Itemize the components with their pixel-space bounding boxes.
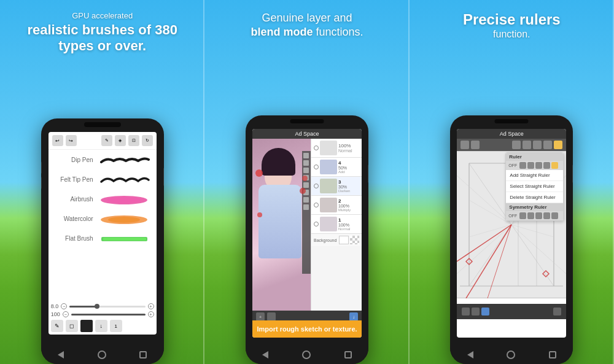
color-swatch[interactable] [80,320,93,332]
nav-home-2[interactable] [302,350,311,359]
panel-brushes: GPU accelerated realistic brushes of 380… [0,0,204,364]
sym-ctrl-3[interactable] [535,212,542,219]
ruler-ctrl-4[interactable] [543,162,550,169]
undo-button[interactable]: ↩ [52,135,63,146]
ruler-btn-3[interactable] [512,141,521,149]
power-button-2 [368,165,368,183]
opacity-plus[interactable]: + [148,311,154,317]
tool-btn-2[interactable]: ◈ [115,135,126,146]
symmetry-controls: OFF [506,211,563,220]
layer-row-3: 3 30% Darken [311,177,362,196]
size-slider-fill [69,306,96,308]
ruler-menu-item-add[interactable]: Add Straight Ruler [506,170,563,181]
ruler-btn-active[interactable] [554,141,562,149]
size-slider[interactable] [69,306,145,308]
layer-lock-btn[interactable]: ↓ [349,312,358,321]
ruler-btn-2[interactable] [471,141,480,149]
rulers-toolbar [457,139,566,151]
nav-back[interactable] [58,351,64,358]
layer-thumb-2 [320,198,337,212]
layer-num-1: 1 [338,217,359,223]
nav-recent-3[interactable] [549,351,556,358]
nav-recent-2[interactable] [344,351,352,358]
layers-heading: Genuine layer and blend mode functions. [251,11,363,40]
rulers-subtext: function. [463,29,561,40]
tool-btn-1[interactable]: ✎ [101,135,112,146]
phone-notch-2 [290,119,324,123]
ruler-ctrl-2[interactable] [527,162,534,169]
layer-opacity-2: 100% [338,204,359,208]
ruler-btn-6[interactable] [543,141,552,149]
layer-num-badge[interactable]: 1 [110,320,122,332]
nav-recent[interactable] [139,351,147,358]
ruler-menu-item-delete[interactable]: Delete Straight Ruler [506,192,563,203]
ruler-btn-4[interactable] [523,141,531,149]
brush-item-flat-brush: Flat Brush [53,232,152,244]
panel-content-3: Precise rulers function. Ad Space [410,0,614,364]
phone-mockup-rulers: Ad Space [450,115,573,364]
brush-label-felt-tip: Felt Tip Pen [53,176,93,183]
tool-s-7 [303,197,309,203]
size-control-row: 8.0 − + [51,303,154,309]
layer-opacity-1: 100% [338,223,359,227]
redo-button[interactable]: ↪ [66,135,77,146]
opacity-slider[interactable] [71,314,146,316]
ruler-btn-5[interactable] [533,141,542,149]
opacity-minus[interactable]: − [63,311,69,317]
svg-rect-5 [103,238,146,241]
svg-point-3 [108,217,140,223]
layer-thumb-3 [320,179,337,193]
phone-mockup-brushes: ↩ ↪ ✎ ◈ ⊡ ↻ Dip Pen [41,118,164,364]
pencil-tool[interactable]: ✎ [51,320,63,332]
nav-home[interactable] [98,350,106,359]
tool-btn-4[interactable]: ↻ [142,135,153,146]
layer-info-1: 1 100% Normal [338,217,359,231]
bot-tool-2[interactable] [472,308,480,316]
panel-header-text: GPU accelerated realistic brushes of 380… [0,0,204,61]
add-layer-btn[interactable]: + [256,312,265,321]
eraser-tool[interactable]: ◻ [66,320,78,332]
brush-toolbar: ↩ ↪ ✎ ◈ ⊡ ↻ [49,132,157,150]
sym-ctrl-4[interactable] [543,212,550,219]
ruler-btn-1[interactable] [460,141,469,149]
svg-line-19 [511,225,566,274]
nav-back-2[interactable] [262,351,268,358]
ruler-ctrl-1[interactable] [519,162,526,169]
sym-ctrl-5[interactable] [551,212,558,219]
bot-tool-3[interactable] [553,308,561,316]
brush-label-airbrush: Airbrush [53,196,93,203]
svg-line-28 [488,225,511,298]
phone-screen-brushes: ↩ ↪ ✎ ◈ ⊡ ↻ Dip Pen [49,132,157,335]
ruler-menu-item-select[interactable]: Select Straight Ruler [506,181,563,192]
bot-tool-active[interactable] [481,308,489,316]
ruler-ctrl-3[interactable] [535,162,542,169]
size-plus[interactable]: + [148,303,154,309]
ruler-ctrl-active[interactable] [551,162,558,169]
opacity-value: 100 [51,311,60,317]
layer-num-3: 3 [338,179,359,185]
nav-home-3[interactable] [507,350,515,359]
ruler-menu: Ruler OFF Add Straight Ruler Select [505,152,564,221]
hair-shape [262,148,295,176]
layer-blend-2: Multiply [338,208,359,212]
vol-down [41,177,42,189]
panel-content-2: Genuine layer and blend mode functions. … [204,0,409,364]
import-banner: Import rough sketch or texture. [252,320,362,338]
layer-row-top: 100% Normal [311,139,362,158]
heading-and: and [334,12,352,24]
brush-label-watercolor: Watercolor [53,215,93,222]
bot-tool-1[interactable] [462,308,470,316]
canvas-artwork-area [252,139,311,311]
layer-opacity-4: 50% [338,166,359,170]
tool-s-2 [303,160,309,166]
fill-tool[interactable]: ↓ [95,320,107,332]
nav-back-3[interactable] [467,351,473,358]
tool-btn-3[interactable]: ⊡ [128,135,139,146]
sym-ctrl-2[interactable] [527,212,534,219]
brush-stroke-watercolor [98,212,150,225]
off-label-2: OFF [508,214,517,218]
sym-ctrl-1[interactable] [519,212,526,219]
size-minus[interactable]: − [61,303,67,309]
eye-icon-layer-3 [314,184,319,188]
layer-tool-2[interactable] [267,312,276,321]
